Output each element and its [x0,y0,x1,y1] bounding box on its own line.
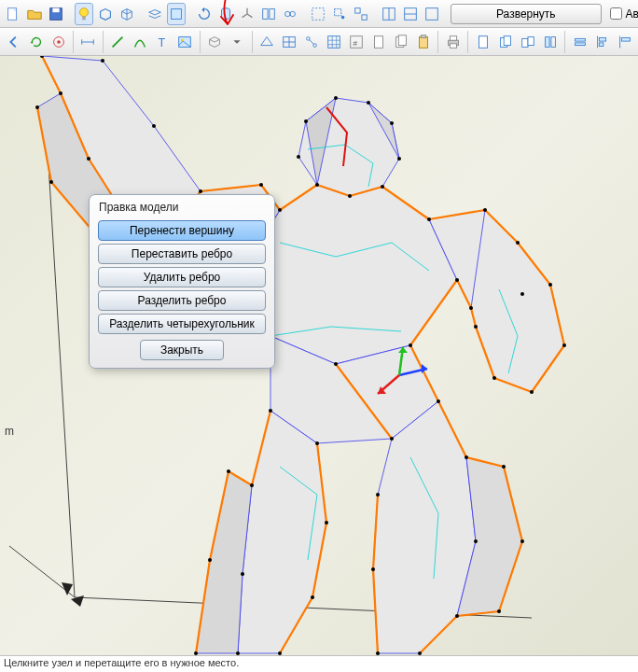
flip-h-icon[interactable] [540,31,560,53]
svg-rect-47 [575,38,585,41]
svg-point-127 [474,539,478,543]
popup-btn-swap-edge[interactable]: Переставить ребро [98,244,266,264]
print-icon[interactable] [443,31,463,53]
svg-point-85 [409,343,412,347]
split-v-icon[interactable] [401,3,420,25]
popup-close-button[interactable]: Закрыть [140,340,224,360]
svg-point-118 [311,595,314,599]
svg-point-96 [520,292,524,296]
svg-point-103 [152,124,156,128]
svg-point-22 [57,40,61,44]
svg-marker-64 [238,411,326,653]
docs-icon[interactable] [391,31,410,53]
auto-checkbox-label[interactable]: Авто [610,7,638,21]
cube2-icon[interactable] [118,3,136,25]
refresh-icon[interactable] [26,31,46,53]
lightbulb-icon[interactable] [75,3,93,25]
window-icon[interactable] [423,3,441,25]
panel-icon[interactable] [259,3,278,25]
svg-rect-53 [621,37,630,41]
svg-point-79 [348,194,352,198]
svg-rect-5 [172,8,182,19]
viewport-3d[interactable]: m Правка модели Перенести вершину Перест… [0,56,638,655]
popup-btn-delete-edge[interactable]: Удалить ребро [98,267,266,287]
open-icon[interactable] [25,3,44,25]
group-icon[interactable] [352,3,370,25]
unfold-button[interactable]: Развернуть [451,4,602,24]
doc-icon[interactable] [368,31,388,53]
svg-point-75 [367,101,370,105]
svg-point-97 [469,306,473,310]
text-icon[interactable]: T [153,31,173,53]
svg-rect-32 [374,35,382,48]
box-icon[interactable] [205,31,225,53]
measure-icon[interactable] [78,31,98,53]
svg-point-92 [199,189,202,193]
picture-icon[interactable] [175,31,195,53]
svg-point-122 [250,483,254,487]
svg-rect-14 [355,7,360,12]
flow-icon[interactable] [301,31,321,53]
svg-rect-39 [450,43,456,48]
svg-point-131 [371,567,375,571]
svg-point-135 [497,609,501,613]
pages-icon[interactable] [518,31,537,53]
svg-rect-50 [599,37,605,41]
link-icon[interactable] [281,3,299,25]
select-icon[interactable] [309,3,327,25]
svg-point-126 [465,455,468,459]
svg-point-99 [87,157,90,161]
svg-rect-15 [362,14,367,19]
svg-point-116 [269,409,272,413]
save-icon[interactable] [47,3,65,25]
cube-icon[interactable] [96,3,115,25]
align-l-icon[interactable] [592,31,612,53]
svg-point-13 [341,15,345,19]
edge-icon[interactable] [108,31,128,53]
marquee-icon[interactable] [330,3,349,25]
flip-v-icon[interactable] [570,31,589,53]
auto-label-text: Авто [626,7,638,21]
svg-point-115 [315,441,319,445]
page-icon[interactable] [473,31,492,53]
map-icon[interactable] [279,31,298,53]
back-icon[interactable] [4,31,23,53]
auto-checkbox[interactable] [610,7,622,20]
status-bar: Целкните узел и перетащите его в нужное … [0,655,638,672]
split-h-icon[interactable] [380,3,398,25]
num-icon[interactable]: # [346,31,366,53]
svg-rect-34 [398,35,406,45]
svg-point-117 [325,521,328,525]
shape-icon[interactable] [167,3,186,25]
svg-point-121 [241,572,244,576]
svg-rect-42 [504,35,510,45]
popup-title: Правка модели [90,195,274,217]
svg-point-82 [304,119,308,123]
plane-icon[interactable] [257,31,276,53]
svg-rect-36 [421,35,425,37]
svg-rect-20 [426,7,438,20]
svg-point-113 [437,399,440,403]
target-icon[interactable] [49,31,68,53]
svg-point-111 [492,376,496,380]
svg-point-132 [376,493,380,497]
popup-btn-split-quad[interactable]: Разделить четырехугольник [98,314,266,334]
svg-point-93 [259,183,263,187]
svg-point-78 [381,185,384,189]
curve-icon[interactable] [131,31,150,53]
svg-rect-8 [270,8,274,19]
popup-btn-move-vertex[interactable]: Перенести вершину [98,220,266,241]
layer-icon[interactable] [146,3,164,25]
svg-rect-43 [521,38,527,47]
new-icon[interactable] [4,3,22,25]
svg-rect-40 [478,35,487,48]
svg-rect-45 [545,36,549,47]
popup-btn-split-edge[interactable]: Разделить ребро [98,290,266,311]
grid-icon[interactable] [324,31,343,53]
arrow-down-icon[interactable] [228,31,247,53]
copy-page-icon[interactable] [495,31,515,53]
clipboard-icon[interactable] [413,31,433,53]
svg-rect-11 [312,7,325,20]
align-r-icon[interactable] [615,31,634,53]
svg-rect-2 [52,7,59,12]
